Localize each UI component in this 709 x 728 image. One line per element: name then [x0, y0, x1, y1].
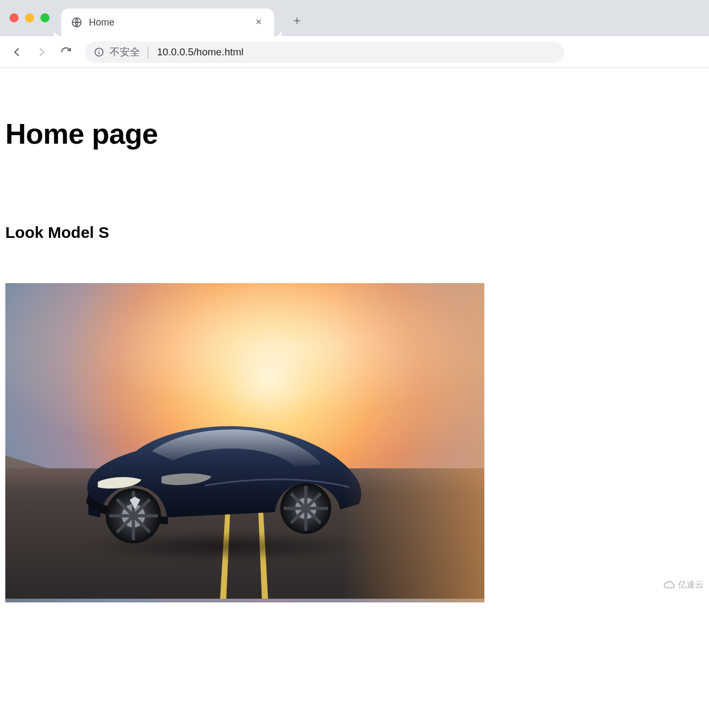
back-button[interactable] [7, 43, 27, 62]
browser-toolbar: 不安全 │ 10.0.0.5/home.html [0, 36, 709, 68]
globe-icon [71, 16, 83, 28]
page-title: Home page [5, 117, 704, 150]
window-minimize-button[interactable] [25, 13, 34, 22]
tab-close-button[interactable] [253, 16, 265, 28]
watermark: 亿速云 [663, 579, 704, 591]
window-close-button[interactable] [10, 13, 19, 22]
watermark-text: 亿速云 [678, 580, 704, 591]
car-illustration [72, 398, 369, 547]
url-text: 10.0.0.5/home.html [157, 46, 244, 58]
address-bar[interactable]: 不安全 │ 10.0.0.5/home.html [85, 42, 564, 63]
svg-point-3 [98, 49, 100, 51]
reload-button[interactable] [56, 43, 76, 62]
page-subtitle: Look Model S [5, 224, 704, 242]
window-zoom-button[interactable] [40, 13, 50, 22]
info-icon [94, 47, 104, 57]
security-status: 不安全 [110, 45, 140, 59]
browser-tab[interactable]: Home [61, 9, 274, 36]
hero-image [5, 283, 484, 602]
tab-strip: Home [0, 0, 709, 36]
forward-button[interactable] [32, 43, 51, 62]
page-content: Home page Look Model S [0, 68, 709, 608]
separator: │ [145, 46, 152, 58]
window-controls [10, 13, 50, 22]
new-tab-button[interactable] [289, 13, 305, 29]
cloud-icon [663, 579, 675, 591]
browser-chrome: Home 不安全 │ 10 [0, 0, 709, 68]
tab-title: Home [89, 17, 253, 28]
